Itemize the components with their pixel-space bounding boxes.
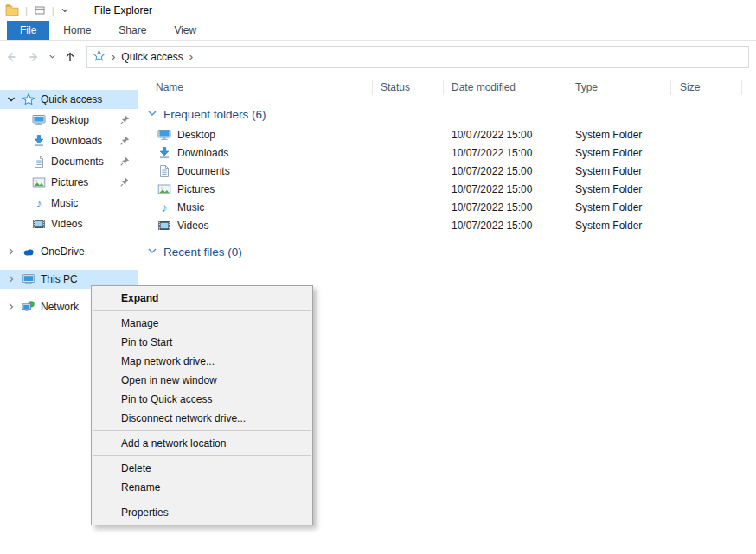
toolbar-separator: |: [52, 5, 54, 16]
downloads-icon: [32, 134, 46, 148]
menu-item-expand[interactable]: Expand: [92, 289, 312, 308]
chevron-down-icon[interactable]: [6, 95, 16, 104]
file-type: System Folder: [575, 147, 642, 159]
file-row-videos[interactable]: Videos 10/07/2022 15:00 System Folder: [139, 217, 756, 235]
breadcrumb-chevron-icon[interactable]: ›: [188, 50, 195, 63]
column-header-status[interactable]: Status: [381, 81, 410, 93]
menu-item-manage[interactable]: Manage: [92, 314, 312, 333]
forward-button[interactable]: [22, 46, 45, 68]
column-divider[interactable]: [741, 80, 742, 95]
sidebar-item-quick-access[interactable]: Quick access: [0, 90, 138, 109]
tab-share[interactable]: Share: [105, 21, 160, 40]
desktop-icon: [157, 128, 171, 142]
menu-item-rename[interactable]: Rename: [92, 478, 312, 497]
file-name: Desktop: [177, 129, 215, 141]
menu-item-pin-to-quick-access[interactable]: Pin to Quick access: [92, 390, 312, 409]
file-name: Documents: [177, 165, 230, 177]
downloads-icon: [157, 146, 171, 160]
this-pc-icon: [22, 272, 35, 286]
chevron-right-icon[interactable]: [6, 247, 16, 256]
pin-icon: [120, 177, 130, 189]
customize-toolbar-chevron-icon[interactable]: [61, 6, 69, 15]
back-button[interactable]: [0, 46, 22, 68]
file-type: System Folder: [575, 220, 642, 232]
file-type: System Folder: [575, 201, 642, 213]
menu-item-add-network-location[interactable]: Add a network location: [92, 434, 312, 453]
menu-item-delete[interactable]: Delete: [92, 459, 312, 478]
file-date-modified: 10/07/2022 15:00: [452, 129, 532, 141]
file-row-documents[interactable]: Documents 10/07/2022 15:00 System Folder: [139, 162, 756, 181]
sidebar-item-label: Documents: [51, 156, 104, 168]
quick-access-toolbar-icon[interactable]: [34, 4, 46, 16]
breadcrumb-chevron-icon[interactable]: ›: [110, 50, 117, 63]
file-name: Videos: [177, 220, 208, 232]
sidebar-item-desktop[interactable]: Desktop: [0, 111, 138, 130]
file-row-desktop[interactable]: Desktop 10/07/2022 15:00 System Folder: [139, 126, 756, 144]
pin-icon: [120, 115, 130, 127]
sidebar-item-downloads[interactable]: Downloads: [0, 131, 138, 150]
network-icon: [22, 300, 35, 314]
up-button[interactable]: [59, 46, 81, 68]
recent-locations-chevron-icon[interactable]: [45, 46, 59, 68]
explorer-folder-icon: [5, 3, 19, 17]
column-divider[interactable]: [372, 80, 373, 95]
column-divider[interactable]: [567, 80, 567, 95]
column-divider[interactable]: [443, 80, 444, 95]
sidebar-item-onedrive[interactable]: OneDrive: [0, 242, 138, 261]
column-divider[interactable]: [670, 80, 671, 95]
file-row-music[interactable]: ♪ Music 10/07/2022 15:00 System Folder: [139, 199, 756, 217]
file-name: Downloads: [177, 147, 228, 159]
column-header-size[interactable]: Size: [680, 81, 700, 93]
music-icon: ♪: [157, 201, 171, 214]
menu-item-pin-to-start[interactable]: Pin to Start: [92, 333, 312, 352]
toolbar-separator: |: [25, 5, 28, 16]
file-row-downloads[interactable]: Downloads 10/07/2022 15:00 System Folder: [139, 144, 756, 162]
menu-item-map-network-drive[interactable]: Map network drive...: [92, 352, 312, 371]
sidebar-item-label: Videos: [51, 218, 82, 230]
file-date-modified: 10/07/2022 15:00: [452, 201, 532, 213]
file-type: System Folder: [575, 183, 642, 195]
chevron-down-icon[interactable]: [147, 108, 157, 121]
documents-icon: [157, 164, 171, 178]
desktop-icon: [32, 113, 46, 127]
column-header-date-modified[interactable]: Date modified: [452, 81, 516, 93]
chevron-right-icon[interactable]: [6, 302, 16, 311]
sidebar-item-pictures[interactable]: Pictures: [0, 173, 138, 192]
sidebar-item-label: This PC: [41, 273, 78, 285]
group-header-recent-files[interactable]: Recent files (0): [147, 243, 242, 260]
pin-icon: [120, 136, 130, 148]
chevron-down-icon[interactable]: [147, 245, 157, 258]
breadcrumb-quick-access[interactable]: Quick access: [121, 51, 183, 63]
menu-item-disconnect-network-drive[interactable]: Disconnect network drive...: [92, 409, 312, 428]
tab-home[interactable]: Home: [49, 21, 105, 40]
menu-separator: [93, 430, 311, 431]
sidebar-item-label: Downloads: [51, 135, 102, 147]
pictures-icon: [32, 175, 46, 189]
column-header-type[interactable]: Type: [575, 81, 598, 93]
menu-item-properties[interactable]: Properties: [92, 503, 312, 522]
pin-icon: [120, 156, 130, 169]
file-date-modified: 10/07/2022 15:00: [452, 147, 532, 159]
file-explorer-window: | | File Explorer File Home Share View: [0, 0, 756, 554]
file-name: Music: [177, 201, 204, 213]
address-bar: › Quick access ›: [0, 41, 756, 73]
onedrive-icon: [22, 245, 35, 258]
ribbon-tab-bar: File Home Share View: [0, 21, 756, 41]
column-header-name[interactable]: Name: [156, 81, 183, 93]
file-row-pictures[interactable]: Pictures 10/07/2022 15:00 System Folder: [139, 181, 756, 199]
sidebar-item-label: Music: [51, 197, 78, 209]
tab-file[interactable]: File: [7, 21, 49, 40]
sidebar-item-videos[interactable]: Videos: [0, 214, 138, 233]
group-header-frequent-folders[interactable]: Frequent folders (6): [147, 105, 266, 123]
context-menu: Expand Manage Pin to Start Map network d…: [91, 285, 313, 525]
sidebar-item-label: Pictures: [51, 176, 88, 188]
chevron-right-icon[interactable]: [6, 275, 16, 283]
quick-access-icon: [22, 92, 35, 106]
sidebar-item-documents[interactable]: Documents: [0, 152, 138, 171]
group-header-label: Recent files (0): [163, 245, 242, 258]
address-box[interactable]: › Quick access ›: [86, 46, 749, 68]
tab-view[interactable]: View: [160, 21, 210, 40]
menu-item-open-in-new-window[interactable]: Open in new window: [92, 371, 312, 390]
sidebar-item-music[interactable]: ♪ Music: [0, 194, 138, 213]
file-date-modified: 10/07/2022 15:00: [452, 183, 532, 195]
